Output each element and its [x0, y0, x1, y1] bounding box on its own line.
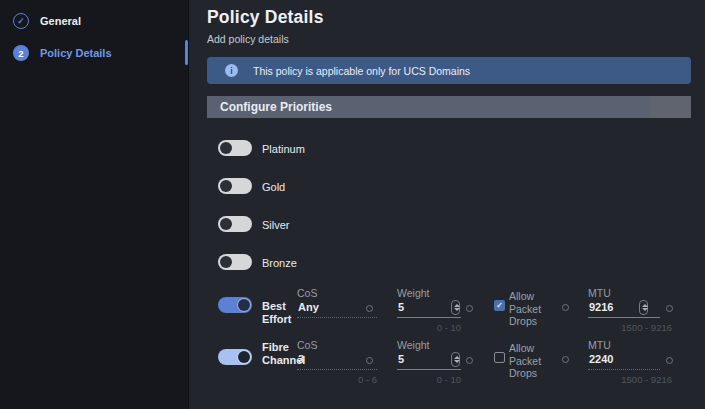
page-title: Policy Details: [207, 7, 324, 28]
sidebar-step-general[interactable]: General: [13, 13, 81, 29]
page-subtitle: Add policy details: [207, 33, 289, 45]
silver-toggle[interactable]: [218, 216, 252, 232]
mtu-value[interactable]: 9216: [589, 301, 613, 313]
weight-field[interactable]: 5: [397, 298, 461, 318]
allow-packet-drops-label: Allow Packet Drops: [509, 290, 555, 328]
step-number-icon: 2: [13, 45, 29, 61]
check-circle-icon: [13, 13, 29, 29]
field-info-icon: [466, 305, 473, 312]
step-label: Policy Details: [40, 47, 112, 59]
field-info-icon: [562, 356, 569, 363]
section-title: Configure Priorities: [220, 100, 332, 114]
toggle-knob: [220, 256, 232, 268]
cos-field: Any: [297, 298, 377, 318]
mtu-range-hint: 1500 - 9216: [588, 374, 672, 385]
best-effort-toggle[interactable]: [218, 297, 252, 313]
allow-packet-drops-checkbox[interactable]: [494, 352, 505, 363]
bronze-toggle[interactable]: [218, 254, 252, 270]
field-info-icon: [666, 357, 673, 364]
wizard-steps-sidebar: General 2 Policy Details: [0, 0, 189, 409]
bronze-label: Bronze: [262, 257, 297, 269]
field-info-icon: [466, 357, 473, 364]
field-info-icon: [366, 357, 373, 364]
platinum-toggle[interactable]: [218, 140, 252, 156]
weight-range-hint: 0 - 10: [397, 322, 461, 333]
cos-range-hint: 0 - 6: [297, 374, 377, 385]
mtu-stepper[interactable]: [639, 300, 648, 315]
weight-value[interactable]: 5: [398, 353, 404, 365]
toggle-knob: [238, 299, 250, 311]
sidebar-step-policy-details[interactable]: 2 Policy Details: [13, 45, 112, 61]
gold-toggle[interactable]: [218, 178, 252, 194]
info-banner: This policy is applicable only for UCS D…: [207, 57, 691, 84]
silver-label: Silver: [262, 219, 290, 231]
platinum-label: Platinum: [262, 143, 305, 155]
gold-label: Gold: [262, 181, 285, 193]
step-label: General: [40, 15, 81, 27]
weight-stepper[interactable]: [451, 352, 460, 367]
weight-value[interactable]: 5: [398, 301, 404, 313]
mtu-value: 2240: [589, 353, 613, 365]
active-step-indicator: [185, 40, 188, 65]
section-header-cap: [650, 96, 691, 118]
mtu-range-hint: 1500 - 9216: [588, 322, 672, 333]
field-info-icon: [366, 305, 373, 312]
cos-value: 3: [298, 353, 304, 365]
toggle-knob: [238, 351, 250, 363]
toggle-knob: [220, 180, 232, 192]
policy-wizard-window: General 2 Policy Details Policy Details …: [0, 0, 705, 409]
cos-field: 3: [297, 350, 377, 370]
configure-priorities-header[interactable]: Configure Priorities: [207, 96, 691, 118]
mtu-field[interactable]: 9216: [588, 298, 660, 318]
field-info-icon: [666, 305, 673, 312]
mtu-field: 2240: [588, 350, 660, 370]
allow-packet-drops-checkbox[interactable]: [494, 300, 505, 311]
allow-packet-drops-label: Allow Packet Drops: [509, 342, 555, 380]
cos-value: Any: [298, 301, 319, 313]
weight-field[interactable]: 5: [397, 350, 461, 370]
fibre-channel-toggle[interactable]: [218, 349, 252, 365]
toggle-knob: [220, 142, 232, 154]
info-icon: [225, 64, 238, 77]
info-banner-text: This policy is applicable only for UCS D…: [253, 65, 470, 77]
field-info-icon: [562, 304, 569, 311]
weight-range-hint: 0 - 10: [397, 374, 461, 385]
toggle-knob: [220, 218, 232, 230]
weight-stepper[interactable]: [451, 300, 460, 315]
